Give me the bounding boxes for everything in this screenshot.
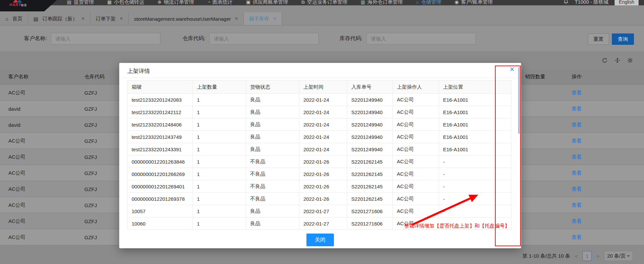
modal-cell: 1 xyxy=(193,94,246,106)
modal-table-row: 00000000122012638461不良品2022-01-26S220126… xyxy=(128,156,511,168)
modal-cell: 2022-01-26 xyxy=(299,193,347,205)
tab-箱子库存[interactable]: 箱子库存× xyxy=(244,12,282,25)
pickup-icon: ▤ xyxy=(67,0,71,4)
tab-订单跟踪（新）[interactable]: ▤订单跟踪（新）× xyxy=(28,12,90,25)
nav-item[interactable]: ▣供应商账单管理 xyxy=(246,0,288,5)
modal-cell: - xyxy=(439,168,496,180)
current-user[interactable]: T1000 - 陈铁城 xyxy=(575,0,609,5)
reset-button[interactable]: 重置 xyxy=(588,33,609,45)
filter-label: 客户名称: xyxy=(24,35,47,42)
modal-close-icon[interactable]: × xyxy=(510,65,514,73)
refresh-icon[interactable] xyxy=(602,58,607,63)
modal-cell: S2201249940 xyxy=(347,143,393,156)
tab-close-icon[interactable]: × xyxy=(81,16,84,21)
app-root: ▤提货管理▦小包仓储转运⊕物流订单管理◔图表统计▣供应商账单管理⧉空运业务订单管… xyxy=(0,0,644,264)
modal-cell xyxy=(496,106,511,118)
customer-bill-icon: ◉ xyxy=(455,0,459,4)
modal-cell xyxy=(496,193,511,205)
modal-scrollbar-thumb[interactable] xyxy=(518,67,520,134)
modal-cell: 2022-01-27 xyxy=(299,205,347,217)
col-warehouse-code: 仓库代码 xyxy=(84,74,104,80)
modal-cell: S2201249940 xyxy=(347,118,393,131)
stock-code-input[interactable] xyxy=(366,33,476,45)
modal-cell: 10060 xyxy=(128,217,193,230)
cell-warehouse-code: GZFJ xyxy=(84,154,97,160)
search-button[interactable]: 查询 xyxy=(612,33,634,45)
view-link[interactable]: 查看 xyxy=(572,138,582,144)
tab-label: 首页 xyxy=(12,16,22,22)
nav-item[interactable]: ▦小包仓储转运 xyxy=(107,0,144,5)
modal-cell: test212332201248406 xyxy=(128,118,193,131)
tab-storeManagement.warehouseUserManager[interactable]: storeManagement.warehouseUserManager× xyxy=(129,12,244,25)
modal-cell: - xyxy=(439,205,496,217)
nav-item[interactable]: ⧉空运业务订单管理 xyxy=(301,0,347,5)
modal-col-header: 货物状态 xyxy=(246,81,299,94)
modal-cell: 0000000012201263846 xyxy=(128,156,193,168)
modal-cell: 1 xyxy=(193,217,246,230)
view-link[interactable]: 查看 xyxy=(572,105,582,112)
nav-item[interactable]: ▥海外仓订单管理 xyxy=(361,0,403,5)
modal-cell: AC公司 xyxy=(393,131,439,143)
modal-cell: - xyxy=(439,156,496,168)
view-link[interactable]: 查看 xyxy=(572,170,582,176)
tab-close-icon[interactable]: × xyxy=(235,16,238,21)
nav-item-label: 提货管理 xyxy=(74,0,94,5)
view-link[interactable]: 查看 xyxy=(572,218,582,224)
col-destroyed-qty: 销毁数量 xyxy=(525,74,545,80)
bell-icon[interactable] xyxy=(563,0,569,5)
modal-table-row: test2123322012433911良品2022-01-24S2201249… xyxy=(128,143,511,156)
prev-page-button[interactable]: < xyxy=(574,253,578,259)
modal-table-row: test2123322012484061良品2022-01-24S2201249… xyxy=(128,118,511,131)
modal-table-row: 00000000122012662691不良品2022-01-26S220126… xyxy=(128,168,511,180)
parcel-transfer-icon: ▦ xyxy=(107,0,112,4)
modal-cell xyxy=(496,217,511,230)
next-page-button[interactable]: > xyxy=(596,253,600,259)
page-size-select[interactable]: 20 条/页 xyxy=(604,251,633,261)
nav-item[interactable]: ▤提货管理 xyxy=(67,0,94,5)
modal-cell: 1 xyxy=(193,168,246,180)
modal-cell: 良品 xyxy=(246,118,299,131)
modal-cell xyxy=(496,205,511,217)
home-icon: ⌂ xyxy=(5,16,8,21)
modal-cell: S2201262145 xyxy=(347,156,393,168)
modal-cell: test212332201242112 xyxy=(128,106,193,118)
language-button[interactable]: English xyxy=(615,0,639,5)
tab-close-icon[interactable]: × xyxy=(273,16,276,21)
view-link[interactable]: 查看 xyxy=(572,89,582,96)
modal-close-button[interactable]: 关闭 xyxy=(306,234,334,246)
cell-customer-name: AC公司 xyxy=(8,170,25,176)
modal-cell: AC公司 xyxy=(393,94,439,106)
filter-label: 仓库代码: xyxy=(183,35,205,42)
cell-warehouse-code: GZFJ xyxy=(84,122,97,127)
tab-首页[interactable]: ⌂首页 xyxy=(0,12,28,25)
view-link[interactable]: 查看 xyxy=(572,202,582,208)
settings-gear-icon[interactable] xyxy=(627,58,633,63)
nav-item[interactable]: ⊕物流订单管理 xyxy=(157,0,194,5)
cell-warehouse-code: GZFJ xyxy=(84,234,97,240)
view-link[interactable]: 查看 xyxy=(572,121,582,128)
nav-item[interactable]: ⌂仓储管理 xyxy=(416,0,441,5)
modal-cell: S2201271606 xyxy=(347,217,393,230)
modal-cell: 1 xyxy=(193,143,246,156)
modal-cell: AC公司 xyxy=(393,156,439,168)
modal-table-row: 100571良品2022-01-27S2201271606AC公司- xyxy=(128,205,511,217)
view-link[interactable]: 查看 xyxy=(572,234,582,240)
tab-close-icon[interactable]: × xyxy=(120,16,123,21)
warehouse-code-input[interactable] xyxy=(209,33,319,45)
view-link[interactable]: 查看 xyxy=(572,154,582,160)
customer-name-input[interactable] xyxy=(51,33,160,45)
modal-cell: 2022-01-26 xyxy=(299,180,347,193)
modal-cell: S2201249940 xyxy=(347,94,393,106)
nav-item[interactable]: ◉客户/账单管理 xyxy=(455,0,493,5)
view-link[interactable]: 查看 xyxy=(572,186,582,192)
nav-item-label: 供应商账单管理 xyxy=(253,0,288,5)
logistics-order-icon: ⊕ xyxy=(157,0,161,4)
modal-cell: S2201262145 xyxy=(347,180,393,193)
current-page[interactable]: 1 xyxy=(582,251,592,261)
nav-item[interactable]: ◔图表统计 xyxy=(207,0,232,5)
tab-订单下架[interactable]: 订单下架× xyxy=(90,12,129,25)
row-height-icon[interactable] xyxy=(615,58,620,63)
warehouse-icon: ⌂ xyxy=(416,0,419,4)
modal-table-row: test2123322012421121良品2022-01-24S2201249… xyxy=(128,106,511,118)
modal-cell: test212332201243749 xyxy=(128,131,193,143)
